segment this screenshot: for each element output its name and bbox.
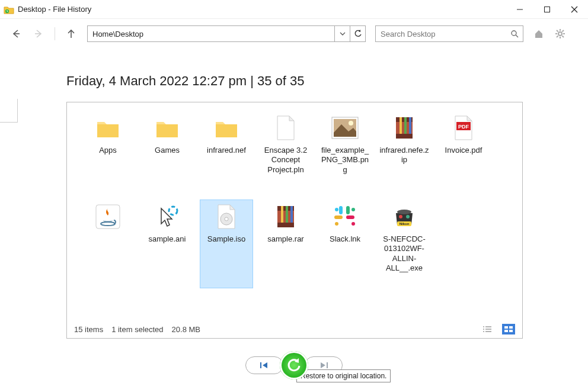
file-item[interactable]: infrared.nefe.zip	[378, 111, 431, 200]
file-item[interactable]: sample.rar	[259, 200, 312, 288]
window-title: Desktop - File History	[18, 5, 506, 14]
nikon-icon: Nikon	[390, 202, 418, 231]
previous-version-button[interactable]	[245, 356, 283, 374]
svg-rect-27	[396, 134, 413, 139]
file-item[interactable]: Apps	[81, 111, 135, 200]
archive-icon	[390, 114, 418, 142]
svg-point-53	[406, 215, 410, 218]
file-item[interactable]: PDFInvoice.pdf	[437, 111, 490, 200]
address-path[interactable]: Home\Desktop	[88, 30, 334, 38]
file-label: Slack.lnk	[320, 234, 370, 244]
address-bar[interactable]: Home\Desktop	[87, 25, 366, 42]
svg-rect-40	[277, 223, 294, 227]
status-selected: 1 item selected	[111, 325, 163, 334]
svg-point-21	[349, 121, 353, 126]
file-label: Enscape 3.2 Concept Project.pln	[261, 146, 311, 175]
search-input[interactable]	[376, 30, 506, 38]
nav-divider	[55, 27, 55, 40]
file-item[interactable]: Slack.lnk	[318, 200, 372, 288]
svg-line-18	[557, 36, 558, 38]
svg-rect-65	[327, 362, 328, 368]
svg-rect-42	[346, 206, 350, 214]
svg-point-10	[558, 32, 562, 36]
file-item[interactable]: Sample.iso	[200, 200, 253, 288]
content-pane: AppsGamesinfrared.nefEnscape 3.2 Concept…	[66, 102, 523, 339]
svg-rect-62	[504, 330, 508, 332]
file-label: file_example_PNG_3MB.png	[320, 146, 370, 175]
file-label: sample.ani	[142, 234, 192, 244]
gear-icon[interactable]	[554, 28, 566, 40]
svg-point-46	[351, 208, 355, 211]
svg-line-17	[563, 30, 564, 32]
svg-point-34	[225, 217, 228, 221]
minimize-button[interactable]	[506, 0, 533, 19]
svg-rect-61	[509, 326, 513, 329]
grid-view-button[interactable]	[502, 324, 515, 334]
svg-point-48	[351, 222, 355, 226]
search-icon[interactable]	[506, 30, 523, 38]
svg-rect-63	[509, 330, 513, 332]
svg-point-52	[399, 215, 402, 218]
file-item[interactable]: file_example_PNG_3MB.png	[318, 111, 372, 200]
status-bar: 15 items 1 item selected 20.8 MB	[67, 320, 522, 338]
file-item[interactable]: NikonS-NEFCDC-013102WF-ALLIN-ALL__.exe	[378, 200, 431, 288]
sidebar-fragment	[0, 99, 18, 123]
disc-icon	[212, 202, 241, 231]
home-icon[interactable]	[533, 28, 545, 40]
file-label: sample.rar	[261, 234, 311, 244]
file-item[interactable]: Enscape 3.2 Concept Project.pln	[259, 111, 312, 200]
main-area: Friday, 4 March 2022 12:27 pm | 35 of 35…	[0, 49, 588, 386]
file-item[interactable]	[81, 200, 135, 288]
svg-point-45	[335, 208, 338, 211]
folder-icon	[94, 114, 122, 142]
svg-point-47	[335, 222, 338, 226]
search-box[interactable]	[375, 25, 523, 42]
svg-rect-64	[260, 362, 261, 368]
titlebar: Desktop - File History	[0, 0, 588, 19]
svg-rect-41	[339, 206, 343, 214]
back-button[interactable]	[9, 27, 23, 40]
file-item[interactable]: sample.ani	[140, 200, 194, 288]
file-grid[interactable]: AppsGamesinfrared.nefEnscape 3.2 Concept…	[67, 102, 522, 320]
toolbar: Home\Desktop	[0, 19, 588, 49]
status-item-count: 15 items	[74, 325, 103, 334]
maximize-button[interactable]	[533, 0, 561, 19]
refresh-button[interactable]	[350, 26, 365, 41]
svg-line-9	[516, 35, 518, 37]
folder-icon	[212, 114, 241, 142]
restore-button[interactable]	[280, 351, 308, 379]
file-label: Sample.iso	[202, 234, 251, 244]
svg-rect-44	[346, 215, 354, 219]
close-button[interactable]	[561, 0, 588, 19]
svg-line-15	[557, 30, 558, 32]
file-blank-icon	[271, 114, 300, 142]
file-label: S-NEFCDC-013102WF-ALLIN-ALL__.exe	[379, 234, 429, 273]
svg-point-49	[397, 210, 411, 214]
svg-rect-2	[545, 7, 550, 12]
status-size: 20.8 MB	[172, 325, 200, 334]
svg-rect-43	[334, 215, 343, 219]
cursor-icon	[153, 202, 181, 231]
file-label: Invoice.pdf	[439, 146, 488, 155]
pdf-icon: PDF	[449, 114, 478, 142]
java-icon	[94, 202, 122, 231]
image-icon	[331, 114, 359, 142]
forward-button[interactable]	[32, 27, 45, 40]
svg-rect-60	[504, 326, 508, 329]
svg-point-32	[169, 207, 177, 215]
details-view-button[interactable]	[481, 324, 494, 334]
svg-text:Nikon: Nikon	[400, 222, 410, 226]
slack-icon	[331, 202, 359, 231]
file-label: infrared.nefe.zip	[379, 146, 429, 165]
file-label: Games	[142, 146, 192, 155]
version-timestamp: Friday, 4 March 2022 12:27 pm | 35 of 35	[66, 73, 522, 89]
bottom-controls	[0, 345, 588, 386]
file-item[interactable]: Games	[140, 111, 194, 200]
archive-icon	[271, 202, 300, 231]
restore-tooltip: Restore to original location.	[296, 369, 391, 382]
address-dropdown-button[interactable]	[334, 26, 350, 41]
up-button[interactable]	[65, 27, 78, 40]
svg-point-8	[512, 31, 516, 36]
window-buttons	[506, 0, 588, 19]
file-item[interactable]: infrared.nef	[200, 111, 253, 200]
